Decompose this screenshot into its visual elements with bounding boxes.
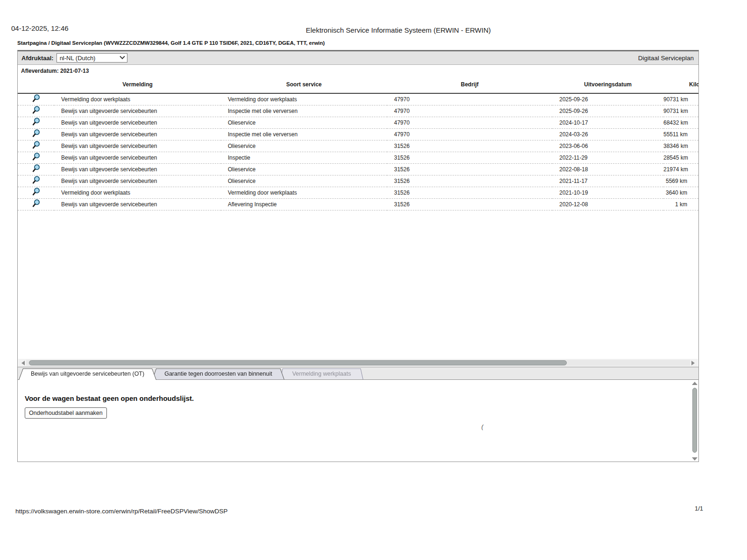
tab-bewijs-servicebeurten[interactable]: Bewijs van uitgevoerde servicebeurten (O… [19, 368, 156, 379]
table-row[interactable]: Bewijs van uitgevoerde servicebeurten In… [18, 128, 698, 140]
cell-uitvoeringsdatum: 2025-09-26 [552, 105, 663, 117]
cell-uitvoeringsdatum: 2020-12-08 [552, 198, 663, 210]
cell-bedrijf: 47970 [387, 128, 552, 140]
vertical-scrollbar-track[interactable] [692, 387, 698, 455]
language-select-value: nl-NL (Dutch) [60, 55, 96, 62]
magnifier-icon[interactable] [32, 105, 41, 115]
breadcrumb[interactable]: Startpagina / Digitaal Serviceplan (WVWZ… [17, 40, 325, 46]
cell-kilometerstand: 21974 km [663, 163, 698, 175]
cell-soort-service: Olieservice [221, 117, 387, 128]
row-detail-cell [18, 163, 54, 175]
cell-bedrijf: 31526 [387, 187, 552, 198]
table-row[interactable]: Bewijs van uitgevoerde servicebeurten Ol… [18, 117, 698, 128]
scroll-up-icon[interactable] [692, 382, 698, 385]
magnifier-icon[interactable] [32, 140, 41, 150]
tab-garantie-doorroesten[interactable]: Garantie tegen doorroesten van binnenuit [152, 368, 284, 379]
magnifier-icon[interactable] [32, 129, 41, 138]
cell-bedrijf: 31526 [387, 175, 552, 187]
tab-content-panel: Voor de wagen bestaat geen open onderhou… [18, 380, 698, 462]
cell-kilometerstand: 90731 km [663, 105, 698, 117]
cell-bedrijf: 47970 [387, 93, 552, 105]
cell-soort-service: Olieservice [221, 175, 387, 187]
cell-kilometerstand: 5569 km [663, 175, 698, 187]
cell-soort-service: Vermelding door werkplaats [221, 93, 387, 105]
cell-soort-service: Aflevering Inspectie [221, 198, 387, 210]
cell-kilometerstand: 90731 km [663, 93, 698, 105]
print-datetime: 04-12-2025, 12:46 [11, 24, 69, 32]
cell-kilometerstand: 55511 km [663, 128, 698, 140]
scroll-left-icon[interactable] [19, 361, 25, 365]
create-maintenance-table-button[interactable]: Onderhoudstabel aanmaken [25, 407, 107, 419]
row-detail-cell [18, 140, 54, 152]
table-row[interactable]: Bewijs van uitgevoerde servicebeurten Ol… [18, 140, 698, 152]
column-header-uitvoeringsdatum: Uitvoeringsdatum [552, 76, 663, 93]
toolbar: Afdruktaal: nl-NL (Dutch) Digitaal Servi… [18, 50, 698, 65]
table-row[interactable]: Vermelding door werkplaats Vermelding do… [18, 93, 698, 105]
column-header-vermelding: Vermelding [54, 76, 221, 93]
panel-title: Digitaal Serviceplan [638, 55, 695, 62]
cell-bedrijf: 47970 [387, 117, 552, 128]
column-header-icon [18, 76, 54, 93]
service-history-table: Vermelding Soort service Bedrijf Uitvoer… [18, 76, 698, 210]
table-row[interactable]: Bewijs van uitgevoerde servicebeurten Af… [18, 198, 698, 210]
scroll-down-icon[interactable] [692, 457, 698, 461]
chevron-down-icon [120, 54, 125, 59]
magnifier-icon[interactable] [32, 187, 41, 196]
row-detail-cell [18, 128, 54, 140]
tab-vermelding-werkplaats[interactable]: Vermelding werkplaats [280, 368, 363, 379]
table-row[interactable]: Bewijs van uitgevoerde servicebeurten In… [18, 105, 698, 117]
cell-vermelding: Bewijs van uitgevoerde servicebeurten [54, 152, 221, 163]
cell-vermelding: Bewijs van uitgevoerde servicebeurten [54, 105, 221, 117]
magnifier-icon[interactable] [32, 152, 41, 161]
table-row[interactable]: Vermelding door werkplaats Vermelding do… [18, 187, 698, 198]
cell-uitvoeringsdatum: 2021-10-19 [552, 187, 663, 198]
table-row[interactable]: Bewijs van uitgevoerde servicebeurten Ol… [18, 163, 698, 175]
cell-soort-service: Inspectie met olie verversen [221, 105, 387, 117]
table-row[interactable]: Bewijs van uitgevoerde servicebeurten In… [18, 152, 698, 163]
page-title: Elektronisch Service Informatie Systeem … [306, 26, 491, 34]
cell-vermelding: Bewijs van uitgevoerde servicebeurten [54, 175, 221, 187]
tab-strip: Bewijs van uitgevoerde servicebeurten (O… [18, 367, 698, 380]
cell-uitvoeringsdatum: 2024-03-26 [552, 128, 663, 140]
cell-soort-service: Vermelding door werkplaats [221, 187, 387, 198]
serviceplan-panel: Afdruktaal: nl-NL (Dutch) Digitaal Servi… [17, 50, 699, 462]
column-header-soort-service: Soort service [221, 76, 387, 93]
vertical-scrollbar-thumb[interactable] [692, 388, 697, 453]
cell-kilometerstand: 28545 km [663, 152, 698, 163]
horizontal-scrollbar-track[interactable] [26, 360, 690, 366]
cell-vermelding: Bewijs van uitgevoerde servicebeurten [54, 117, 221, 128]
magnifier-icon[interactable] [32, 164, 41, 173]
row-detail-cell [18, 117, 54, 128]
magnifier-icon[interactable] [32, 117, 41, 126]
print-page-number: 1/1 [695, 505, 703, 512]
delivery-date: Afleverdatum: 2021-07-13 [18, 66, 92, 76]
cell-soort-service: Olieservice [221, 163, 387, 175]
magnifier-icon[interactable] [32, 199, 41, 208]
horizontal-scrollbar-thumb[interactable] [29, 360, 567, 365]
cell-soort-service: Inspectie [221, 152, 387, 163]
printed-page: 04-12-2025, 12:46 Elektronisch Service I… [0, 0, 747, 560]
cell-vermelding: Vermelding door werkplaats [54, 187, 221, 198]
cell-vermelding: Bewijs van uitgevoerde servicebeurten [54, 140, 221, 152]
scroll-right-icon[interactable] [691, 361, 697, 365]
cell-vermelding: Bewijs van uitgevoerde servicebeurten [54, 163, 221, 175]
no-open-maintenance-message: Voor de wagen bestaat geen open onderhou… [25, 394, 194, 402]
column-header-bedrijf: Bedrijf [387, 76, 552, 93]
cell-uitvoeringsdatum: 2021-11-17 [552, 175, 663, 187]
cell-uitvoeringsdatum: 2022-11-29 [552, 152, 663, 163]
vertical-scrollbar[interactable] [691, 382, 698, 461]
row-detail-cell [18, 175, 54, 187]
table-header-row: Vermelding Soort service Bedrijf Uitvoer… [18, 76, 698, 93]
table-row[interactable]: Bewijs van uitgevoerde servicebeurten Ol… [18, 175, 698, 187]
magnifier-icon[interactable] [32, 175, 41, 185]
scan-artifact-mark: ( [481, 423, 484, 430]
language-select[interactable]: nl-NL (Dutch) [56, 53, 127, 63]
cell-vermelding: Vermelding door werkplaats [54, 93, 221, 105]
horizontal-scrollbar[interactable] [18, 359, 698, 367]
magnifier-icon[interactable] [32, 94, 41, 103]
row-detail-cell [18, 152, 54, 163]
cell-vermelding: Bewijs van uitgevoerde servicebeurten [54, 128, 221, 140]
cell-bedrijf: 31526 [387, 198, 552, 210]
cell-bedrijf: 31526 [387, 140, 552, 152]
cell-bedrijf: 31526 [387, 152, 552, 163]
